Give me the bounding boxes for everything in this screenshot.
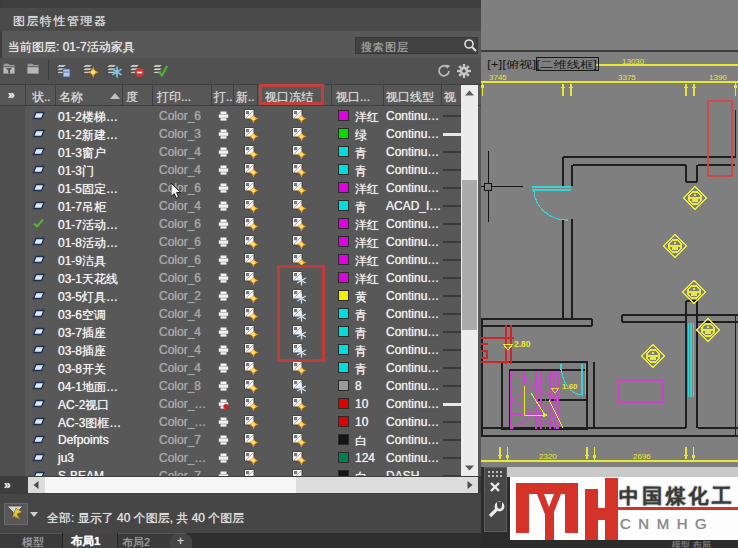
svg-text:1390: 1390 bbox=[709, 73, 727, 82]
svg-text:2: 2 bbox=[546, 380, 550, 387]
svg-text:3745: 3745 bbox=[489, 73, 507, 82]
svg-text:2320: 2320 bbox=[539, 452, 557, 461]
svg-text:3375: 3375 bbox=[618, 73, 636, 82]
svg-text:13030: 13030 bbox=[622, 57, 645, 66]
svg-text:2696: 2696 bbox=[633, 452, 651, 461]
svg-text:2.80: 2.80 bbox=[514, 339, 531, 349]
svg-text:[+][俯视][二维线框]: [+][俯视][二维线框] bbox=[487, 59, 597, 70]
